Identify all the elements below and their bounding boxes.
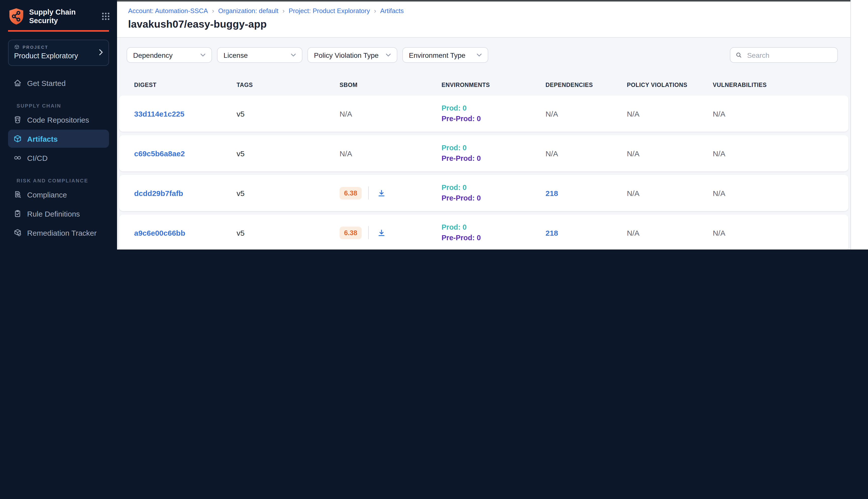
infinity-icon bbox=[13, 153, 22, 162]
digest-link[interactable]: dcdd29b7fafb bbox=[134, 189, 183, 197]
main-content: Account: Automation-SSCA›Organization: d… bbox=[117, 0, 851, 250]
vulnerabilities-value: N/A bbox=[713, 149, 848, 158]
app-title-line2: Security bbox=[29, 16, 76, 25]
project-name: Product Exploratory bbox=[14, 52, 103, 60]
table-row: 33d114e1c225v5N/AProd: 0Pre-Prod: 0N/AN/… bbox=[119, 96, 848, 132]
breadcrumb-link-2[interactable]: Project: Product Exploratory bbox=[288, 7, 370, 15]
sbom-cell: N/A bbox=[339, 109, 442, 118]
dependencies-value: N/A bbox=[546, 109, 627, 118]
breadcrumb-separator: › bbox=[370, 7, 380, 15]
breadcrumb: Account: Automation-SSCA›Organization: d… bbox=[128, 7, 851, 15]
code-repo-icon bbox=[13, 115, 22, 124]
tag-value: v5 bbox=[237, 149, 339, 158]
sbom-na: N/A bbox=[339, 149, 352, 158]
chevron-down-icon bbox=[477, 53, 482, 57]
env-prod-count: Prod: 0 bbox=[442, 103, 546, 113]
table-row: c69c5b6a8ae2v5N/AProd: 0Pre-Prod: 0N/AN/… bbox=[119, 135, 848, 171]
chevron-down-icon bbox=[200, 53, 206, 57]
project-label: PROJECT bbox=[23, 45, 49, 49]
project-box-icon bbox=[14, 44, 20, 50]
sidebar-item-code-repositories[interactable]: Code Repositories bbox=[8, 111, 109, 129]
breadcrumb-link-3[interactable]: Artifacts bbox=[380, 7, 404, 15]
chevron-right-icon bbox=[99, 48, 103, 57]
divider bbox=[369, 186, 369, 199]
digest-link[interactable]: 33d114e1c225 bbox=[134, 109, 184, 118]
doc-search-icon bbox=[13, 190, 22, 199]
sidebar-item-label: Artifacts bbox=[27, 134, 58, 143]
breadcrumb-link-1[interactable]: Organization: default bbox=[218, 7, 278, 15]
filter-dropdown-policy-violation-type[interactable]: Policy Violation Type bbox=[307, 47, 397, 63]
sbom-download-button[interactable] bbox=[375, 227, 387, 239]
dependencies-link[interactable]: 218 bbox=[546, 189, 558, 197]
sidebar-item-label: CI/CD bbox=[27, 154, 48, 162]
env-preprod-count: Pre-Prod: 0 bbox=[442, 113, 546, 124]
vulnerabilities-value: N/A bbox=[713, 109, 848, 118]
app-window: Supply Chain Security PROJECT Product Ex… bbox=[0, 0, 868, 250]
environments-cell: Prod: 0Pre-Prod: 0 bbox=[442, 103, 546, 124]
column-header-digest: DIGEST bbox=[134, 82, 237, 88]
search-input[interactable] bbox=[746, 50, 832, 60]
page-title: lavakush07/easy-buggy-app bbox=[128, 18, 851, 30]
filters-row: DependencyLicensePolicy Violation TypeEn… bbox=[127, 47, 488, 63]
filter-dropdown-dependency[interactable]: Dependency bbox=[127, 47, 212, 63]
search-icon bbox=[735, 51, 742, 59]
sidebar-item-compliance[interactable]: Compliance bbox=[8, 185, 109, 204]
sidebar-item-get-started[interactable]: Get Started bbox=[8, 74, 109, 92]
search-box bbox=[730, 47, 838, 63]
column-header-tags: TAGS bbox=[237, 82, 339, 88]
breadcrumb-link-0[interactable]: Account: Automation-SSCA bbox=[128, 7, 208, 15]
sbom-cell: 6.38 bbox=[339, 186, 442, 199]
sidebar-nav: Get StartedSUPPLY CHAINCode Repositories… bbox=[0, 74, 117, 250]
window-top-strip bbox=[117, 0, 851, 1]
digest-link[interactable]: a9c6e00c66bb bbox=[134, 228, 185, 237]
env-prod-count: Prod: 0 bbox=[442, 143, 546, 153]
filter-label: License bbox=[224, 51, 248, 59]
env-preprod-count: Pre-Prod: 0 bbox=[442, 233, 546, 243]
tag-value: v5 bbox=[237, 189, 339, 197]
sidebar-item-artifacts[interactable]: Artifacts bbox=[8, 130, 109, 148]
sbom-cell: 6.38 bbox=[339, 226, 442, 239]
sidebar-item-label: Get Started bbox=[27, 78, 65, 87]
column-header-environments: ENVIRONMENTS bbox=[442, 82, 546, 88]
sbom-download-button[interactable] bbox=[375, 187, 387, 199]
nav-section-supply-chain: SUPPLY CHAIN bbox=[16, 103, 109, 109]
divider bbox=[369, 226, 369, 239]
sbom-na: N/A bbox=[339, 109, 352, 118]
chevron-down-icon bbox=[386, 53, 391, 57]
app-title: Supply Chain Security bbox=[29, 8, 76, 25]
env-prod-count: Prod: 0 bbox=[442, 182, 546, 193]
digest-link[interactable]: c69c5b6a8ae2 bbox=[134, 149, 185, 158]
column-header-policy-violations: POLICY VIOLATIONS bbox=[627, 82, 713, 88]
artifact-box-icon bbox=[13, 134, 22, 143]
download-icon bbox=[377, 189, 386, 197]
dependencies-value: N/A bbox=[546, 149, 627, 158]
sidebar: Supply Chain Security PROJECT Product Ex… bbox=[0, 0, 117, 250]
right-gutter bbox=[851, 0, 868, 250]
env-preprod-count: Pre-Prod: 0 bbox=[442, 193, 546, 204]
sbom-score-badge: 6.38 bbox=[339, 227, 362, 239]
app-switcher-grid-icon[interactable] bbox=[101, 12, 110, 21]
home-icon bbox=[13, 78, 22, 87]
sidebar-item-label: Remediation Tracker bbox=[27, 228, 97, 237]
accent-divider bbox=[8, 30, 109, 32]
app-logo-row: Supply Chain Security bbox=[0, 0, 117, 25]
filter-dropdown-environment-type[interactable]: Environment Type bbox=[402, 47, 488, 63]
sidebar-item-label: Compliance bbox=[27, 190, 67, 199]
table-row: dcdd29b7fafbv56.38Prod: 0Pre-Prod: 0218N… bbox=[119, 175, 848, 211]
table-row: a9c6e00c66bbv56.38Prod: 0Pre-Prod: 0218N… bbox=[119, 215, 848, 250]
filter-label: Policy Violation Type bbox=[314, 51, 379, 59]
sbom-score-badge: 6.38 bbox=[339, 187, 362, 199]
sidebar-item-remediation-tracker[interactable]: Remediation Tracker bbox=[8, 223, 109, 242]
nav-section-risk-and-compliance: RISK AND COMPLIANCE bbox=[16, 178, 109, 183]
filter-dropdown-license[interactable]: License bbox=[217, 47, 302, 63]
sidebar-item-ci-cd[interactable]: CI/CD bbox=[8, 149, 109, 167]
sidebar-item-rule-definitions[interactable]: Rule Definitions bbox=[8, 205, 109, 223]
download-icon bbox=[377, 228, 386, 237]
environments-cell: Prod: 0Pre-Prod: 0 bbox=[442, 222, 546, 243]
sbom-cell: N/A bbox=[339, 149, 442, 158]
dependencies-link[interactable]: 218 bbox=[546, 228, 558, 237]
clipboard-check-icon bbox=[13, 209, 22, 218]
policy-violations-value: N/A bbox=[627, 109, 713, 118]
chevron-down-icon bbox=[291, 53, 296, 57]
project-selector[interactable]: PROJECT Product Exploratory bbox=[8, 40, 109, 66]
